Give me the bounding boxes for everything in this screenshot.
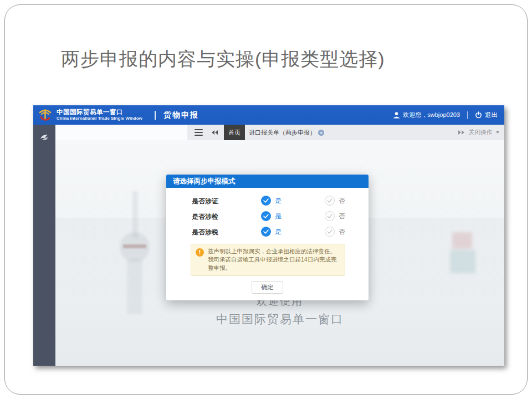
app-body: 首页 进口报关单（两步申报） × 关闭操作 bbox=[33, 125, 504, 366]
user-icon bbox=[393, 111, 400, 119]
radio-no[interactable]: 否 bbox=[325, 211, 345, 221]
close-operations-dropdown[interactable]: 关闭操作 bbox=[469, 129, 492, 136]
radio-yes[interactable]: 是 bbox=[261, 196, 282, 206]
tabbar-right-group: 关闭操作 bbox=[458, 129, 499, 136]
option-label: 是否涉证 bbox=[192, 197, 218, 206]
radio-no[interactable]: 否 bbox=[325, 196, 345, 206]
declaration-notice: ! 兹声明以上申报属实，企业承担相应的法律责任。我司承诺自运输工具申报进境之日起… bbox=[191, 244, 345, 276]
option-row-tax: 是否涉税 是 bbox=[166, 224, 369, 239]
notice-text: 兹声明以上申报属实，企业承担相应的法律责任。我司承诺自运输工具申报进境之日起14… bbox=[208, 248, 336, 271]
radio-no-label: 否 bbox=[339, 212, 345, 221]
power-icon[interactable] bbox=[475, 111, 482, 119]
background-building-sign bbox=[452, 232, 472, 249]
radio-no-label: 否 bbox=[339, 196, 345, 206]
option-label: 是否涉税 bbox=[192, 228, 218, 237]
radio-checked-icon[interactable] bbox=[261, 227, 271, 237]
app-header: 中国国际贸易单一窗口 China International Trade Sin… bbox=[33, 105, 504, 125]
tab-home[interactable]: 首页 bbox=[224, 125, 245, 140]
radio-unchecked-icon[interactable] bbox=[325, 211, 335, 221]
collapse-left-icon[interactable] bbox=[211, 130, 218, 135]
watermark-line2: 中国国际贸易单一窗口 bbox=[55, 311, 504, 327]
radio-yes-label: 是 bbox=[275, 212, 282, 221]
sidebar bbox=[33, 125, 55, 366]
brand-title-cn: 中国国际贸易单一窗口 bbox=[57, 109, 142, 116]
dialog-footer: 确定 bbox=[166, 281, 369, 294]
tab-label: 进口报关单（两步申报） bbox=[249, 129, 316, 137]
slide: 两步申报的内容与实操(申报类型选择) 中国国际贸易单一窗口 China Inte… bbox=[0, 0, 532, 399]
header-divider bbox=[467, 111, 468, 119]
radio-yes-label: 是 bbox=[275, 196, 282, 206]
radio-yes[interactable]: 是 bbox=[261, 227, 282, 237]
option-row-inspection: 是否涉检 是 bbox=[166, 208, 369, 224]
main-area: 首页 进口报关单（两步申报） × 关闭操作 bbox=[55, 125, 504, 366]
app-screenshot: 中国国际贸易单一窗口 China International Trade Sin… bbox=[33, 105, 504, 366]
background-building-sign bbox=[450, 250, 475, 273]
background-tower bbox=[132, 191, 138, 238]
header-right-group: 欢迎您，swbjop0203 退出 bbox=[393, 111, 498, 119]
dialog-title: 请选择两步申报模式 bbox=[166, 175, 369, 188]
radio-unchecked-icon[interactable] bbox=[325, 227, 335, 237]
radio-no-label: 否 bbox=[339, 227, 345, 237]
header-divider bbox=[155, 111, 156, 120]
tab-bar: 首页 进口报关单（两步申报） × 关闭操作 bbox=[55, 125, 504, 140]
sidebar-wing-icon[interactable] bbox=[39, 132, 49, 142]
warning-icon: ! bbox=[196, 248, 204, 257]
tabbar-white-strip bbox=[55, 125, 187, 140]
radio-yes[interactable]: 是 bbox=[261, 211, 282, 221]
option-label: 是否涉检 bbox=[192, 212, 218, 222]
expand-right-icon[interactable] bbox=[458, 130, 465, 135]
radio-yes-label: 是 bbox=[275, 227, 282, 237]
module-title: 货物申报 bbox=[163, 110, 199, 120]
radio-unchecked-icon[interactable] bbox=[325, 196, 335, 206]
welcome-text: 欢迎您，swbjop0203 bbox=[403, 111, 460, 119]
option-row-license: 是否涉证 是 bbox=[166, 193, 369, 208]
radio-no[interactable]: 否 bbox=[325, 227, 345, 237]
chevron-down-icon[interactable] bbox=[496, 131, 499, 134]
customs-emblem-icon bbox=[38, 108, 53, 122]
dialog-body: 是否涉证 是 bbox=[166, 188, 369, 300]
logout-button[interactable]: 退出 bbox=[485, 111, 498, 119]
radio-checked-icon[interactable] bbox=[261, 211, 271, 221]
content-area: 欢迎使用 中国国际贸易单一窗口 请选择两步申报模式 是否涉证 bbox=[55, 140, 504, 366]
radio-checked-icon[interactable] bbox=[261, 196, 271, 206]
brand-block: 中国国际贸易单一窗口 China International Trade Sin… bbox=[57, 109, 142, 121]
menu-hamburger-icon[interactable] bbox=[195, 129, 203, 136]
tab-import-declaration[interactable]: 进口报关单（两步申报） × bbox=[245, 125, 328, 140]
slide-title: 两步申报的内容与实操(申报类型选择) bbox=[61, 47, 385, 72]
confirm-button[interactable]: 确定 bbox=[252, 281, 283, 294]
background-tower-band bbox=[123, 244, 146, 248]
tab-close-icon[interactable]: × bbox=[318, 130, 324, 136]
brand-title-en: China International Trade Single Window bbox=[57, 116, 142, 121]
two-step-mode-dialog: 请选择两步申报模式 是否涉证 是 bbox=[166, 175, 369, 300]
